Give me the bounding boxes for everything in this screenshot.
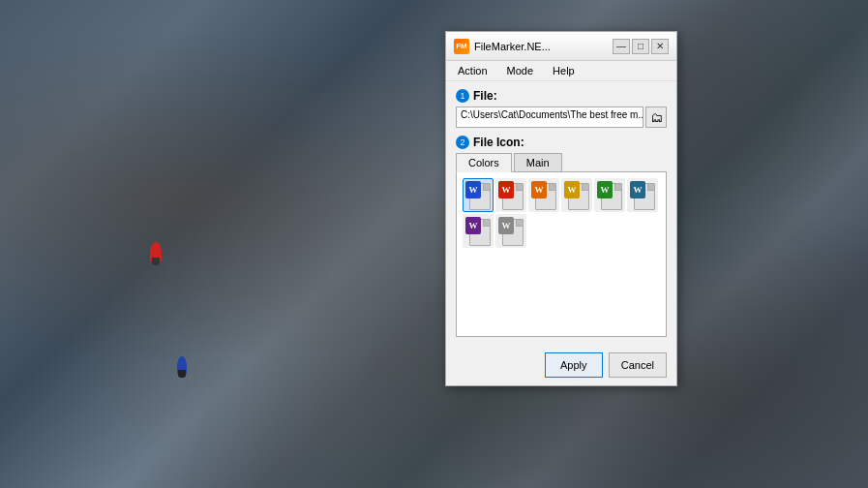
section2-label: File Icon:	[473, 136, 524, 149]
doc-icon-teal: W	[630, 181, 655, 210]
section1-header: 1 File:	[456, 89, 667, 103]
doc-badge-green: W	[597, 181, 613, 198]
maximize-button[interactable]: □	[632, 39, 649, 54]
icon-red[interactable]: W	[495, 178, 526, 212]
title-bar: FM FileMarker.NE... — □ ✕	[446, 32, 676, 61]
section1-number: 1	[456, 89, 469, 103]
dialog-content: 1 File: C:\Users\Cat\Documents\The best …	[446, 81, 676, 345]
climber2-figure	[177, 356, 187, 374]
icon-blue[interactable]: W	[463, 178, 494, 212]
climber1-figure	[150, 242, 162, 261]
doc-icon-green: W	[597, 181, 622, 210]
file-path-display: C:\Users\Cat\Documents\The best free m..…	[456, 107, 644, 128]
icons-panel: W W W	[456, 172, 667, 337]
title-left: FM FileMarker.NE...	[454, 39, 551, 54]
file-row: C:\Users\Cat\Documents\The best free m..…	[456, 107, 667, 128]
doc-badge-gray: W	[498, 217, 514, 234]
browse-icon: 🗂	[650, 110, 663, 125]
menu-action[interactable]: Action	[454, 63, 492, 78]
doc-badge-yellow: W	[564, 181, 580, 198]
apply-button[interactable]: Apply	[545, 352, 603, 378]
doc-badge-red: W	[498, 181, 514, 198]
doc-icon-blue: W	[465, 181, 491, 210]
cancel-button[interactable]: Cancel	[609, 352, 667, 378]
doc-icon-purple: W	[465, 217, 491, 246]
dialog-title: FileMarker.NE...	[474, 41, 551, 52]
menu-mode[interactable]: Mode	[503, 63, 538, 78]
button-row: Apply Cancel	[446, 345, 676, 385]
menu-bar: Action Mode Help	[446, 61, 676, 81]
icon-gray[interactable]: W	[495, 214, 526, 248]
background-image	[0, 0, 868, 488]
icon-yellow[interactable]: W	[561, 178, 592, 212]
browse-button[interactable]: 🗂	[645, 107, 667, 128]
doc-badge-blue: W	[465, 181, 481, 198]
icons-row-2: W W	[463, 214, 660, 248]
close-button[interactable]: ✕	[651, 39, 669, 54]
doc-icon-yellow: W	[564, 181, 589, 210]
app-icon-label: FM	[456, 42, 467, 50]
doc-badge-purple: W	[465, 217, 481, 234]
app-icon: FM	[454, 39, 469, 54]
doc-badge-teal: W	[630, 181, 645, 198]
tab-colors[interactable]: Colors	[456, 153, 512, 172]
section1-label: File:	[473, 89, 497, 103]
minimize-button[interactable]: —	[613, 39, 630, 54]
doc-icon-gray: W	[498, 217, 524, 246]
doc-icon-red: W	[498, 181, 524, 210]
icon-purple[interactable]: W	[463, 214, 494, 248]
icon-green[interactable]: W	[594, 178, 625, 212]
tab-bar: Colors Main	[456, 153, 667, 172]
doc-icon-orange: W	[531, 181, 556, 210]
main-dialog: FM FileMarker.NE... — □ ✕ Action Mode He…	[445, 31, 677, 386]
doc-badge-orange: W	[531, 181, 547, 198]
section2-header: 2 File Icon:	[456, 136, 667, 149]
icon-orange[interactable]: W	[528, 178, 559, 212]
title-controls: — □ ✕	[613, 39, 669, 54]
section2-number: 2	[456, 136, 469, 149]
menu-help[interactable]: Help	[549, 63, 579, 78]
icons-row-1: W W W	[463, 178, 660, 212]
tab-main[interactable]: Main	[514, 153, 562, 171]
icon-teal[interactable]: W	[627, 178, 658, 212]
